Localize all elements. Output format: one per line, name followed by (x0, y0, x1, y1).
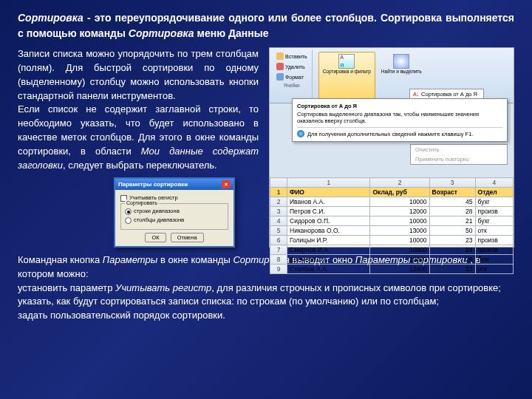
cells-group-label: Ячейки (275, 83, 309, 88)
help-icon (297, 130, 304, 137)
table-header-row: 1 ФИО Оклад, руб Возраст Отдел (270, 188, 514, 197)
reapply-item[interactable]: Применить повторно (411, 154, 507, 164)
heading-text2: меню (194, 27, 228, 39)
table-row: 2Иванов А.А.1000045бухг (270, 197, 514, 207)
sort-az-icon: A↓ (413, 92, 419, 97)
tooltip-head: Сортировка от А до Я (297, 103, 502, 109)
dialog-titlebar: Параметры сортировки × (115, 179, 233, 191)
slide-heading: Сортировка - это переупорядочивание одно… (18, 10, 514, 41)
sort-filter-button[interactable]: AЯ Сортировка и фильтр (318, 52, 375, 99)
table-row: 4Сидоров О.П.1000021бухг (270, 216, 514, 226)
col-headers: 1 2 3 4 (270, 178, 514, 188)
format-button[interactable]: Формат (275, 72, 309, 81)
table-row: 3Петров С.И.1200028произв (270, 207, 514, 216)
delete-button[interactable]: Удалить (275, 62, 309, 71)
heading-term1: Сортировка (18, 12, 83, 24)
tooltip: Сортировка от А до Я Сортировка выделенн… (292, 98, 508, 142)
para-2b: , следует выбрать переключатель. (63, 160, 217, 171)
table-row: 6Голицын И.Р.1000023произв (270, 236, 514, 245)
dialog-title-text: Параметры сортировки (118, 180, 188, 189)
cancel-button[interactable]: Отмена (171, 233, 204, 242)
filter-submenu: Очистить Применить повторно (410, 144, 508, 165)
table-row: 9Столбов А.А.1200033отк (270, 265, 514, 274)
ok-button[interactable]: ОК (145, 233, 166, 242)
spreadsheet: 1 2 3 4 1 ФИО Оклад, руб Возраст Отдел 2… (270, 177, 514, 247)
radio-rows[interactable]: строки диапазона (125, 208, 224, 216)
data-table: 1 2 3 4 1 ФИО Оклад, руб Возраст Отдел 2… (270, 177, 514, 274)
para-1: Записи списка можно упорядочить по трем … (18, 48, 259, 101)
heading-term2: Сортировка (129, 27, 194, 39)
sort-filter-icon: AЯ (338, 54, 355, 69)
sort-params-dialog: Параметры сортировки × Учитывать регистр… (114, 177, 235, 248)
radio-cols[interactable]: столбцы диапазона (125, 216, 224, 225)
table-row: 5Никанорова О.О.1300050отк (270, 226, 514, 236)
table-row: 7Смирнов И.А.1000024произв (270, 245, 514, 255)
group-label: Сортировать (125, 200, 159, 207)
clear-item[interactable]: Очистить (411, 145, 507, 154)
excel-screenshot: Вставить Удалить Формат Ячейки AЯ Сортир… (269, 47, 514, 248)
body-paragraph: Записи списка можно упорядочить по трем … (18, 47, 262, 248)
heading-menu: Данные (228, 27, 268, 39)
tooltip-f1: Для получения дополнительных сведений на… (307, 131, 473, 137)
insert-button[interactable]: Вставить (275, 52, 309, 61)
tooltip-body: Сортировка выделенного диапазона так, чт… (297, 111, 502, 124)
close-icon[interactable]: × (222, 180, 231, 189)
find-icon (393, 54, 409, 69)
table-row: 8Еремеев С.С.1200029бухг (270, 255, 514, 265)
